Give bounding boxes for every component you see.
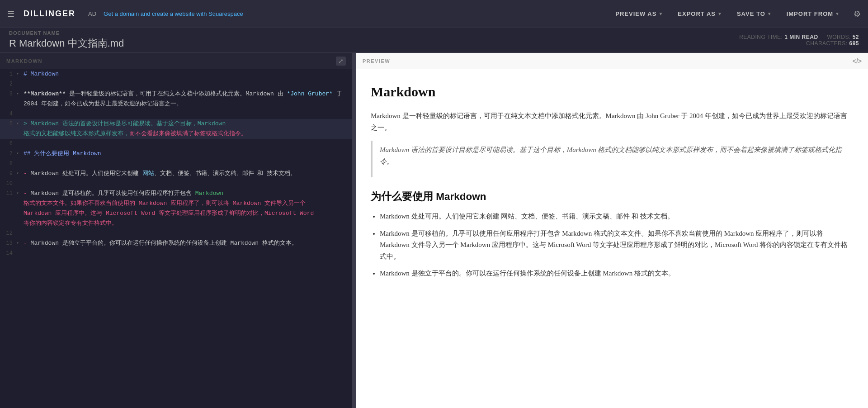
editor-line: Markdown 应用程序中。这与 Microsoft Word 等文字处理应用… [0,209,352,218]
editor-line: 9▾- Markdown 处处可用。人们使用它来创建 网站、文档、便签、书籍、演… [0,169,352,179]
preview-list-item-1: Markdown 处处可用。人们使用它来创建 网站、文档、便签、书籍、演示文稿、… [380,211,854,223]
line-number: 4 [0,109,16,119]
import-from-arrow-icon: ▼ [835,11,840,16]
preview-list: Markdown 处处可用。人们使用它来创建 网站、文档、便签、书籍、演示文稿、… [380,211,854,280]
document-name-section: DOCUMENT NAME R Markdown 中文指南.md [9,30,739,50]
save-to-button[interactable]: SAVE TO ▼ [732,8,777,20]
line-content: - Markdown 是独立于平台的。你可以在运行任何操作系统的任何设备上创建 … [22,238,352,248]
preview-h1: Markdown [371,80,854,103]
expand-editor-button[interactable]: ⤢ [336,57,346,66]
words-value: 52 [853,34,859,40]
preview-list-item-3: Markdown 是独立于平台的。你可以在运行任何操作系统的任何设备上创建 Ma… [380,268,854,280]
settings-icon[interactable]: ⚙ [854,9,861,19]
line-number: 13 [0,238,16,248]
line-number: 8 [0,159,16,169]
reading-time-value: 1 MIN READ [784,34,818,40]
editor-line: 4 [0,109,352,119]
document-name: R Markdown 中文指南.md [9,37,739,50]
preview-as-button[interactable]: PREVIEW AS ▼ [611,8,668,20]
editor-line: 12 [0,228,352,238]
editor-line: 14 [0,248,352,258]
editor-line: 1▾# Markdown [0,69,352,79]
document-name-label: DOCUMENT NAME [9,30,739,36]
editor-pane: MARKDOWN ⤢ 1▾# Markdown23▾**Markdown** 是… [0,53,353,408]
editor-line: 将你的内容锁定在专有文件格式中。 [0,218,352,228]
line-content: > Markdown 语法的首要设计目标是尽可能易读。基于这个目标，Markdo… [22,119,352,129]
preview-code-icon[interactable]: </> [853,57,862,65]
editor-line: 3▾**Markdown** 是一种轻量级的标记语言，可用于在纯文本文档中添加格… [0,89,352,109]
reading-time-label: READING TIME: [739,34,783,40]
editor-line: 格式的文档能够以纯文本形式原样发布，而不会看起来像被填满了标签或格式化指令。 [0,129,352,139]
editor-line: 10 [0,179,352,189]
fold-icon[interactable]: ▾ [16,119,22,129]
preview-pane: PREVIEW </> Markdown Markdown 是一种轻量级的标记语… [356,53,868,408]
editor-line: 2 [0,79,352,89]
main-area: MARKDOWN ⤢ 1▾# Markdown23▾**Markdown** 是… [0,53,868,408]
editor-line: 5▾> Markdown 语法的首要设计目标是尽可能易读。基于这个目标，Mark… [0,119,352,129]
line-number: 11 [0,189,16,199]
editor-label: MARKDOWN [6,58,42,64]
editor-line: 11▾- Markdown 是可移植的。几乎可以使用任何应用程序打开包含 Mar… [0,189,352,199]
line-number: 14 [0,248,16,258]
editor-content[interactable]: 1▾# Markdown23▾**Markdown** 是一种轻量级的标记语言，… [0,69,352,408]
preview-list-item-2: Markdown 是可移植的。几乎可以使用任何应用程序打开包含 Markdown… [380,228,854,263]
document-stats: READING TIME: 1 MIN READ WORDS: 52 CHARA… [739,34,859,47]
export-as-button[interactable]: EXPORT AS ▼ [673,8,727,20]
fold-icon[interactable]: ▾ [16,89,22,99]
line-content: Markdown 应用程序中。这与 Microsoft Word 等文字处理应用… [22,209,352,218]
preview-h2: 为什么要使用 Markdown [371,188,854,205]
line-number: 12 [0,228,16,238]
ad-link[interactable]: Get a domain and create a website with S… [104,10,243,17]
top-navbar: ☰ DILLINGER AD Get a domain and create a… [0,0,868,28]
line-content: ## 为什么要使用 Markdown [22,149,352,159]
line-content: # Markdown [22,69,352,79]
preview-p1: Markdown 是一种轻量级的标记语言，可用于在纯文本文档中添加格式化元素。M… [371,110,854,133]
preview-content: Markdown Markdown 是一种轻量级的标记语言，可用于在纯文本文档中… [356,69,868,408]
editor-line: 13▾- Markdown 是独立于平台的。你可以在运行任何操作系统的任何设备上… [0,238,352,248]
characters-line: CHARACTERS: 695 [739,40,859,47]
ad-label: AD [88,10,96,17]
app-title: DILLINGER [24,9,75,19]
reading-time-line: READING TIME: 1 MIN READ WORDS: 52 [739,34,859,40]
words-label: WORDS: [827,34,850,40]
preview-header: PREVIEW </> [356,53,868,69]
preview-label: PREVIEW [363,58,390,64]
line-content: 将你的内容锁定在专有文件格式中。 [22,218,352,228]
editor-line: 格式的文本文件。如果你不喜欢当前使用的 Markdown 应用程序了，则可以将 … [0,199,352,209]
chars-label: CHARACTERS: [806,40,848,47]
line-number: 3 [0,89,16,99]
fold-icon[interactable]: ▾ [16,149,22,159]
chars-value: 695 [849,40,859,47]
line-number: 5 [0,119,16,129]
meta-bar: DOCUMENT NAME R Markdown 中文指南.md READING… [0,28,868,53]
preview-blockquote: Markdown 语法的首要设计目标是尽可能易读。基于这个目标，Markdown… [371,141,854,177]
export-as-arrow-icon: ▼ [717,11,722,16]
line-content: 格式的文档能够以纯文本形式原样发布，而不会看起来像被填满了标签或格式化指令。 [22,129,352,139]
line-number: 10 [0,179,16,189]
fold-icon[interactable]: ▾ [16,238,22,248]
save-to-arrow-icon: ▼ [767,11,772,16]
line-number: 6 [0,139,16,149]
editor-line: 7▾## 为什么要使用 Markdown [0,149,352,159]
fold-icon[interactable]: ▾ [16,169,22,179]
line-number: 1 [0,69,16,79]
line-content: - Markdown 是可移植的。几乎可以使用任何应用程序打开包含 Markdo… [22,189,352,199]
fold-icon[interactable]: ▾ [16,189,22,199]
line-content: - Markdown 处处可用。人们使用它来创建 网站、文档、便签、书籍、演示文… [22,169,352,179]
line-number: 2 [0,79,16,89]
editor-header: MARKDOWN ⤢ [0,53,352,69]
editor-line: 6 [0,139,352,149]
preview-as-arrow-icon: ▼ [658,11,663,16]
preview-blockquote-text: Markdown 语法的首要设计目标是尽可能易读。基于这个目标，Markdown… [380,144,846,167]
line-number: 7 [0,149,16,159]
pane-divider[interactable] [353,53,356,408]
line-content: 格式的文本文件。如果你不喜欢当前使用的 Markdown 应用程序了，则可以将 … [22,199,352,209]
line-number: 9 [0,169,16,179]
line-content: **Markdown** 是一种轻量级的标记语言，可用于在纯文本文档中添加格式化… [22,89,352,109]
import-from-button[interactable]: IMPORT FROM ▼ [782,8,844,20]
editor-line: 8 [0,159,352,169]
hamburger-icon[interactable]: ☰ [7,9,14,19]
fold-icon[interactable]: ▾ [16,69,22,79]
